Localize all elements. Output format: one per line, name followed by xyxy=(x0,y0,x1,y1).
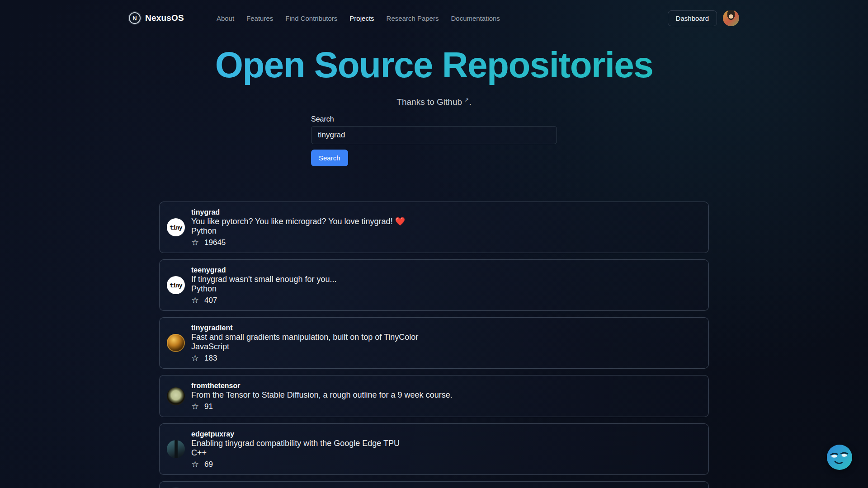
github-link-text: Github xyxy=(437,97,462,107)
star-count: 91 xyxy=(204,402,213,411)
repo-avatar xyxy=(167,387,185,405)
star-icon: ☆ xyxy=(191,460,199,469)
user-avatar[interactable] xyxy=(723,10,739,26)
nav-link-features[interactable]: Features xyxy=(246,14,273,22)
repo-card-tinygradient[interactable]: tinygradient Fast and small gradients ma… xyxy=(159,317,709,369)
star-count: 407 xyxy=(204,296,217,305)
repo-stars-row: ☆ 407 xyxy=(191,296,337,305)
repo-body: tinygradient Fast and small gradients ma… xyxy=(191,323,418,363)
repo-stars-row: ☆ 91 xyxy=(191,402,453,411)
repo-language: Python xyxy=(191,284,337,294)
star-icon: ☆ xyxy=(191,238,199,247)
repo-body: fromthetensor From the Tensor to Stable … xyxy=(191,381,453,411)
repo-stars-row: ☆ 183 xyxy=(191,353,418,363)
star-icon: ☆ xyxy=(191,353,199,363)
repo-card-fromthetensor[interactable]: fromthetensor From the Tensor to Stable … xyxy=(159,375,709,417)
repo-body: tinygrad You like pytorch? You like micr… xyxy=(191,207,405,247)
star-count: 19645 xyxy=(204,238,226,247)
chat-widget-button[interactable] xyxy=(827,445,852,470)
repo-name: fromthetensor xyxy=(191,381,453,390)
repo-description: If tinygrad wasn't small enough for you.… xyxy=(191,275,337,284)
repo-description: From the Tensor to Stable Diffusion, a r… xyxy=(191,390,453,400)
main-content: Open Source Repositories Thanks to Githu… xyxy=(0,45,868,488)
repo-stars-row: ☆ 19645 xyxy=(191,238,405,247)
star-icon: ☆ xyxy=(191,402,199,411)
brand-name: NexusOS xyxy=(145,13,184,23)
repo-description: Enabling tinygrad compatibility with the… xyxy=(191,439,400,448)
repo-body: teenygrad If tinygrad wasn't small enoug… xyxy=(191,265,337,305)
repo-avatar: tiny xyxy=(167,218,185,236)
repo-name: teenygrad xyxy=(191,265,337,275)
search-label: Search xyxy=(311,115,557,123)
repo-description: You like pytorch? You like micrograd? Yo… xyxy=(191,217,405,226)
nexusos-logo-icon: N xyxy=(129,12,141,24)
page-title: Open Source Repositories xyxy=(0,45,868,85)
external-link-arrow-icon: ↗ xyxy=(464,97,469,103)
repository-list: tiny tinygrad You like pytorch? You like… xyxy=(159,202,709,488)
repo-avatar xyxy=(167,334,185,352)
star-count: 69 xyxy=(204,460,213,469)
repo-language: C++ xyxy=(191,448,400,458)
repo-avatar xyxy=(167,440,185,458)
repo-card-edgetpuxray[interactable]: edgetpuxray Enabling tinygrad compatibil… xyxy=(159,423,709,475)
repo-card-tinyrwkv[interactable]: tinyrwkv xyxy=(159,481,709,488)
repo-description: Fast and small gradients manipulation, b… xyxy=(191,333,418,342)
dashboard-button[interactable]: Dashboard xyxy=(668,10,717,26)
nav-link-about[interactable]: About xyxy=(217,14,234,22)
main-nav: AboutFeaturesFind ContributorsProjectsRe… xyxy=(217,14,500,22)
repo-card-teenygrad[interactable]: tiny teenygrad If tinygrad wasn't small … xyxy=(159,259,709,311)
repo-name: edgetpuxray xyxy=(191,429,400,439)
brand[interactable]: N NexusOS xyxy=(129,12,184,24)
nav-link-find-contributors[interactable]: Find Contributors xyxy=(285,14,337,22)
search-button[interactable]: Search xyxy=(311,150,348,166)
nav-link-research-papers[interactable]: Research Papers xyxy=(387,14,439,22)
star-icon: ☆ xyxy=(191,296,199,305)
smirk-face-icon xyxy=(827,445,852,470)
subtitle: Thanks to Github ↗. xyxy=(0,97,868,107)
star-count: 183 xyxy=(204,353,217,363)
repo-stars-row: ☆ 69 xyxy=(191,460,400,469)
repo-name: tinygradient xyxy=(191,323,418,333)
repo-name: tinygrad xyxy=(191,207,405,217)
search-section: Search Search xyxy=(311,115,557,166)
repo-language: Python xyxy=(191,226,405,236)
search-input[interactable] xyxy=(311,126,557,144)
subtitle-suffix: . xyxy=(469,97,471,107)
repo-body: edgetpuxray Enabling tinygrad compatibil… xyxy=(191,429,400,469)
top-nav-bar: N NexusOS AboutFeaturesFind Contributors… xyxy=(0,0,868,36)
github-link[interactable]: Github ↗ xyxy=(437,97,469,107)
subtitle-prefix: Thanks to xyxy=(396,97,437,107)
repo-card-tinygrad[interactable]: tiny tinygrad You like pytorch? You like… xyxy=(159,202,709,253)
repo-language: JavaScript xyxy=(191,342,418,352)
nav-link-projects[interactable]: Projects xyxy=(349,14,374,22)
nav-link-documentations[interactable]: Documentations xyxy=(451,14,500,22)
repo-avatar: tiny xyxy=(167,276,185,294)
